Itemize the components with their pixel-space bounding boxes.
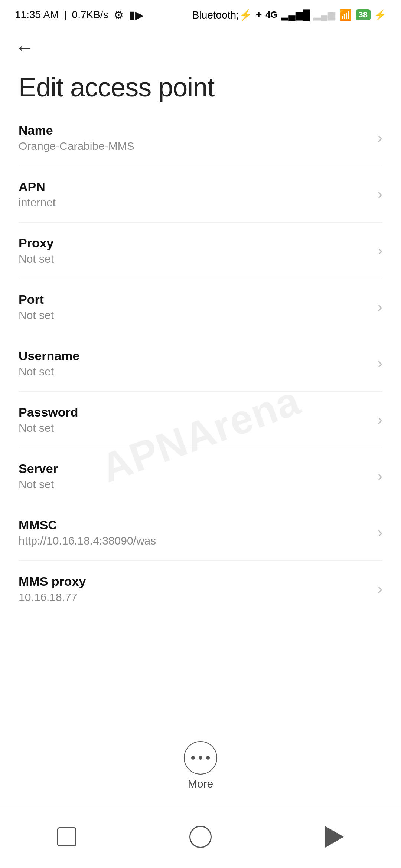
more-button[interactable] — [184, 741, 217, 775]
chevron-right-icon: › — [378, 411, 382, 428]
setting-label: MMSC — [19, 518, 370, 532]
setting-label: Name — [19, 123, 370, 138]
more-label: More — [188, 777, 213, 790]
wifi-icon: 📶 — [339, 9, 352, 21]
setting-item[interactable]: MMS proxy 10.16.18.77 › — [19, 561, 382, 617]
setting-value: Not set — [19, 478, 370, 491]
signal-4g-icon: 4G — [265, 10, 277, 20]
setting-item[interactable]: Server Not set › — [19, 448, 382, 504]
setting-label: Server — [19, 461, 370, 476]
setting-content: Name Orange-Carabibe-MMS — [19, 123, 370, 152]
setting-value: Not set — [19, 422, 370, 434]
setting-item[interactable]: Port Not set › — [19, 279, 382, 335]
nav-recents-button[interactable] — [52, 822, 82, 852]
setting-content: MMS proxy 10.16.18.77 — [19, 574, 370, 604]
more-dots-icon — [191, 756, 210, 760]
setting-label: Password — [19, 405, 370, 420]
setting-item[interactable]: Password Not set › — [19, 392, 382, 448]
status-time: 11:35 AM — [15, 9, 59, 21]
setting-item[interactable]: APN internet › — [19, 166, 382, 223]
setting-value: Not set — [19, 253, 370, 265]
chevron-right-icon: › — [378, 299, 382, 315]
setting-content: APN internet — [19, 180, 370, 209]
setting-item[interactable]: Name Orange-Carabibe-MMS › — [19, 110, 382, 166]
bluetooth-icon: + — [256, 9, 262, 21]
nav-back-button[interactable] — [319, 822, 349, 852]
status-speed: 0.7KB/s — [72, 9, 108, 21]
setting-label: APN — [19, 180, 370, 194]
battery-icon: 38 — [356, 9, 371, 20]
chevron-right-icon: › — [378, 581, 382, 597]
setting-value: 10.16.18.77 — [19, 591, 370, 604]
back-button[interactable]: ← — [15, 37, 34, 58]
setting-value: Not set — [19, 309, 370, 322]
nav-home-icon — [189, 826, 212, 848]
chevron-right-icon: › — [378, 129, 382, 146]
setting-label: MMS proxy — [19, 574, 370, 589]
more-area: More — [0, 741, 401, 790]
lightning-icon: ⚡ — [374, 9, 386, 21]
setting-item[interactable]: MMSC http://10.16.18.4:38090/was › — [19, 504, 382, 561]
status-right-icons: Bluetooth;⚡ + 4G ▂▄▆█ ▂▄▆ 📶 38 ⚡ — [192, 9, 386, 21]
back-bar: ← — [0, 27, 401, 61]
bluetooth-icon: Bluetooth;⚡ — [192, 9, 252, 21]
setting-value: Orange-Carabibe-MMS — [19, 140, 370, 152]
status-time-speed: 11:35 AM | 0.7KB/s ⚙ ▮▶ — [15, 9, 144, 22]
setting-item[interactable]: Proxy Not set › — [19, 223, 382, 279]
setting-content: Server Not set — [19, 461, 370, 491]
page-title: Edit access point — [0, 61, 401, 110]
status-bar: 11:35 AM | 0.7KB/s ⚙ ▮▶ Bluetooth;⚡ + 4G… — [0, 0, 401, 27]
settings-icon: ⚙ — [114, 9, 124, 22]
setting-content: MMSC http://10.16.18.4:38090/was — [19, 518, 370, 547]
signal-bars-icon: ▂▄▆█ — [281, 9, 310, 21]
signal-bars2-icon: ▂▄▆ — [313, 9, 335, 21]
chevron-right-icon: › — [378, 524, 382, 541]
nav-bar — [0, 805, 401, 868]
video-icon: ▮▶ — [129, 9, 144, 22]
setting-content: Username Not set — [19, 349, 370, 378]
setting-label: Username — [19, 349, 370, 363]
setting-item[interactable]: Username Not set › — [19, 335, 382, 392]
setting-value: Not set — [19, 365, 370, 378]
status-divider: | — [64, 9, 66, 21]
nav-home-button[interactable] — [186, 822, 215, 852]
settings-list: Name Orange-Carabibe-MMS › APN internet … — [0, 110, 401, 617]
setting-value: http://10.16.18.4:38090/was — [19, 535, 370, 547]
setting-label: Port — [19, 292, 370, 307]
setting-content: Port Not set — [19, 292, 370, 322]
chevron-right-icon: › — [378, 186, 382, 203]
chevron-right-icon: › — [378, 468, 382, 484]
setting-content: Proxy Not set — [19, 236, 370, 265]
setting-value: internet — [19, 196, 370, 209]
setting-label: Proxy — [19, 236, 370, 250]
chevron-right-icon: › — [378, 355, 382, 372]
nav-back-icon — [325, 826, 344, 848]
nav-recents-icon — [57, 827, 76, 846]
setting-content: Password Not set — [19, 405, 370, 434]
chevron-right-icon: › — [378, 242, 382, 259]
